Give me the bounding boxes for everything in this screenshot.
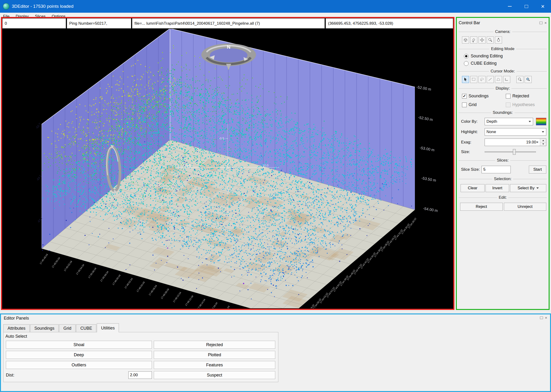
status-row: 0 Ping Number=50217, file=... lumn\FishT… (2, 18, 453, 28)
outliers-button[interactable]: Outliers (6, 361, 152, 369)
selection-divider: Selection: (459, 177, 547, 181)
float-panel-icon[interactable] (539, 22, 543, 24)
highlight-value: None (485, 130, 540, 134)
grid-checkbox-label: Grid (469, 102, 477, 107)
color-by-label: Color By: (461, 119, 483, 124)
close-button[interactable]: × (535, 0, 551, 13)
edit-buttons-row: Reject Unreject (460, 203, 546, 211)
camera-section-divider: Camera: (459, 29, 547, 34)
size-row: Size: (461, 149, 546, 155)
radio-unselected-icon (464, 61, 469, 66)
slices-section-label: Slices: (497, 158, 509, 163)
title-bar[interactable]: 3DEditor - 17530 points loaded × (0, 0, 551, 13)
camera-reset-view-icon[interactable] (495, 36, 502, 43)
status-field-ping-number: Ping Number=50217, (67, 18, 131, 28)
soundings-section-label: Soundings: (493, 110, 513, 115)
invert-selection-button[interactable]: Invert (486, 184, 509, 192)
unreject-button[interactable]: Unreject (504, 203, 546, 211)
size-label: Size: (461, 150, 483, 154)
auto-select-label: Auto Select (5, 334, 27, 339)
start-slices-button[interactable]: Start (529, 166, 546, 174)
tab-utilities[interactable]: Utilities (97, 323, 119, 332)
cursor-corner-select-icon[interactable] (503, 76, 510, 83)
slice-size-label: Slice Size: (461, 167, 480, 172)
tab-soundings[interactable]: Soundings (30, 324, 59, 332)
cursor-circle-pick-filled-icon[interactable] (525, 76, 532, 83)
size-slider[interactable] (485, 149, 536, 155)
camera-rotate-icon[interactable] (470, 36, 477, 43)
sounding-editing-radio[interactable]: Sounding Editing (464, 54, 547, 59)
cursor-lasso-select-icon[interactable] (478, 76, 486, 83)
cursor-circle-pick-icon[interactable] (516, 76, 523, 83)
auto-select-right-column: Rejected Plotted Features Suspect (154, 341, 275, 379)
camera-orbit-icon[interactable] (462, 36, 469, 43)
editor-panels-title: Editor Panels (4, 316, 29, 321)
camera-toolbar (462, 36, 547, 43)
auto-select-left-column: Shoal Deep Outliers Dist: (6, 341, 152, 379)
select-by-label: Select By (518, 186, 535, 190)
dist-input[interactable] (128, 371, 152, 379)
cube-editing-radio[interactable]: CUBE Editing (464, 61, 547, 66)
cursor-pointer-icon[interactable] (462, 76, 469, 83)
cursor-mode-divider: Cursor Mode: (459, 69, 547, 74)
camera-pan-icon[interactable] (478, 36, 486, 43)
camera-label: Camera: (495, 29, 510, 34)
slider-track (485, 151, 536, 152)
highlight-dropdown[interactable]: None (485, 128, 546, 136)
highlight-row: Highlight: None (461, 128, 546, 136)
spin-down-icon[interactable] (540, 142, 546, 146)
edit-section-label: Edit: (499, 195, 507, 200)
cube-editing-label: CUBE Editing (471, 61, 497, 66)
utilities-tab-content: Auto Select Shoal Deep Outliers Dist: Re… (3, 332, 278, 382)
viewport-3d[interactable] (2, 29, 453, 308)
tab-attributes[interactable]: Attributes (3, 324, 30, 332)
cursor-polygon-select-icon[interactable] (495, 76, 502, 83)
cursor-line-select-icon[interactable] (487, 76, 494, 83)
rejected-checkbox[interactable]: Rejected (506, 94, 547, 98)
editor-panels-tabs: Attributes Soundings Grid CUBE Utilities (3, 323, 119, 332)
status-field-filename: file=... lumn\FishTraps\Part4\0014_20040… (132, 18, 325, 28)
hypotheses-checkbox: Hypotheses (506, 102, 547, 107)
shoal-button[interactable]: Shoal (6, 341, 152, 349)
selection-buttons-row: Clear Invert Select By (461, 184, 546, 192)
edit-divider: Edit: (459, 195, 547, 200)
deep-button[interactable]: Deep (6, 351, 152, 359)
dist-row: Dist: (6, 371, 152, 379)
color-by-dropdown[interactable]: Depth (485, 118, 533, 125)
colorbar-icon[interactable] (536, 118, 546, 125)
grid-checkbox[interactable]: Grid (462, 102, 506, 107)
rejected-button[interactable]: Rejected (154, 341, 275, 349)
chevron-down-icon (540, 128, 546, 135)
sounding-editing-label: Sounding Editing (471, 54, 503, 59)
float-panel-icon[interactable] (540, 316, 543, 319)
clear-selection-button[interactable]: Clear (461, 184, 485, 192)
maximize-button[interactable] (518, 0, 535, 13)
features-button[interactable]: Features (154, 361, 275, 369)
checkbox-checked-icon: ✓ (462, 94, 467, 98)
checkbox-unchecked-icon (462, 103, 467, 107)
slider-handle[interactable] (513, 149, 516, 155)
viewport-canvas[interactable] (2, 29, 453, 308)
cursor-mode-toolbar (462, 76, 547, 83)
minimize-icon (508, 6, 512, 7)
color-by-row: Color By: Depth (461, 118, 546, 125)
rejected-checkbox-label: Rejected (512, 94, 529, 98)
minimize-button[interactable] (501, 0, 518, 13)
plotted-button[interactable]: Plotted (154, 351, 275, 359)
soundings-checkbox[interactable]: ✓ Soundings (462, 94, 506, 98)
cursor-rect-select-icon[interactable] (470, 76, 477, 83)
tab-grid[interactable]: Grid (59, 324, 76, 332)
soundings-divider: Soundings: (459, 110, 547, 115)
close-panel-icon[interactable]: × (544, 21, 547, 25)
select-by-button[interactable]: Select By (510, 184, 546, 192)
suspect-button[interactable]: Suspect (154, 371, 275, 379)
close-panel-icon[interactable]: × (545, 316, 547, 320)
tab-cube[interactable]: CUBE (76, 324, 96, 332)
checkbox-disabled-icon (506, 103, 510, 107)
spin-up-icon[interactable] (540, 139, 546, 142)
camera-zoom-icon[interactable] (487, 36, 494, 43)
control-bar-panel: Control Bar × Camera: Editing Mode Sound… (456, 17, 550, 310)
reject-button[interactable]: Reject (460, 203, 503, 211)
exag-spinner[interactable]: 19.00× (485, 139, 546, 146)
slice-size-input[interactable] (482, 166, 511, 173)
